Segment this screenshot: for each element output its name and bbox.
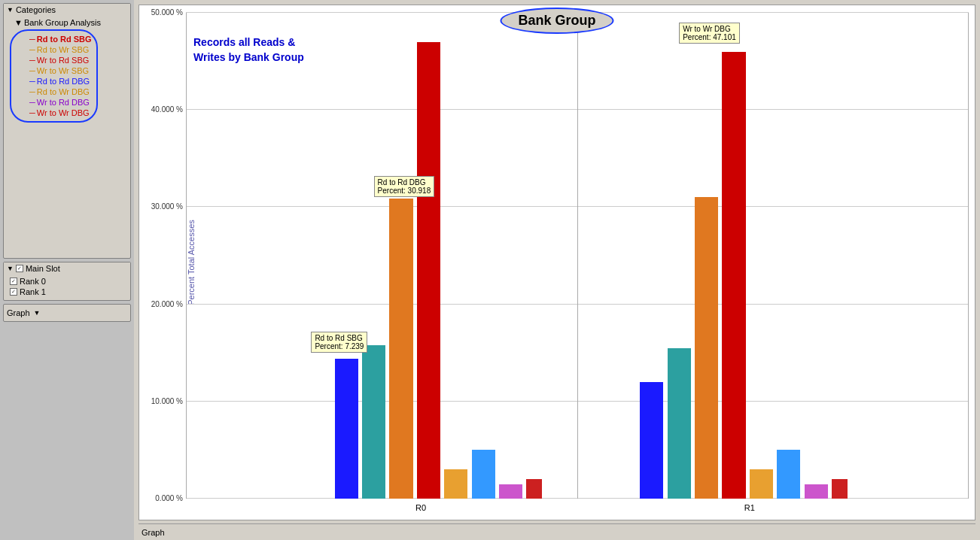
categories-label: Categories [16, 5, 56, 14]
bar-r1-rd-rd-dbg [695, 197, 718, 499]
rank0-item[interactable]: Rank 0 [10, 276, 127, 287]
rank0-checkbox[interactable] [10, 278, 17, 285]
bar-r0-small4 [526, 479, 542, 499]
left-panel: ▼ Categories ▼ Bank Group Analysis ─ Rd … [0, 0, 134, 540]
bar-r1-rd-rd-sbg [640, 382, 663, 499]
chart-inner: 0.000 % 10.000 % 20.000 % 30.000 % 40.00… [186, 13, 969, 499]
bar-r1-small4 [832, 479, 848, 499]
tooltip-rd-rd-sbg: Rd to Rd SBGPercent: 7.239 [311, 332, 367, 353]
chart-area: Bank Group Percent Total Accesses 0.000 … [134, 0, 980, 540]
chart-box: Percent Total Accesses 0.000 % 10.000 % … [138, 5, 975, 520]
section-divider [577, 13, 578, 499]
tree-container: ▼ Bank Group Analysis ─ Rd to Rd SBG ─ R… [4, 16, 130, 126]
chart-title-wrapper: Bank Group [500, 8, 613, 34]
rank0-label: Rank 0 [20, 277, 46, 286]
ytick-0: 0.000 % [155, 494, 183, 502]
tree-item-rd-wr-sbg[interactable]: ─ Rd to Wr SBG [16, 44, 92, 55]
bottom-label: Graph [142, 528, 165, 537]
slot-checkbox[interactable] [16, 265, 23, 272]
graph-type-expand[interactable]: ▼ [34, 309, 41, 317]
categories-box: ▼ Categories ▼ Bank Group Analysis ─ Rd … [3, 3, 131, 259]
main-slot-title: ▼ Main Slot [4, 262, 130, 275]
bar-r0-wr-wr-dbg [417, 42, 440, 499]
graph-type-box: Graph ▼ [3, 304, 131, 322]
ytick-40: 40.000 % [151, 105, 183, 114]
tree-item-wr-rd-sbg[interactable]: ─ Wr to Rd SBG [16, 55, 92, 65]
x-label-r0: R0 [415, 503, 426, 512]
rank1-checkbox[interactable] [10, 288, 17, 296]
tree-item-rd-wr-dbg[interactable]: ─ Rd to Wr DBG [16, 86, 92, 97]
categories-expand[interactable]: ▼ [7, 6, 14, 14]
ytick-30: 30.000 % [151, 202, 183, 211]
ytick-10: 10.000 % [151, 396, 183, 405]
bar-r1-rd-wr-sbg [668, 348, 691, 499]
bar-r0-rd-rd-dbg [389, 199, 412, 499]
tree-root-label: Bank Group Analysis [24, 18, 101, 27]
tree-item-wr-wr-dbg[interactable]: ─ Wr to Wr DBG [16, 108, 92, 118]
tree-item-rd-rd-sbg[interactable]: ─ Rd to Rd SBG [16, 34, 92, 44]
graph-type-label: Graph [7, 308, 30, 317]
bank-group-title: Bank Group [500, 8, 613, 34]
bar-r0-rd-rd-sbg [335, 359, 358, 499]
bar-r0-small2 [472, 450, 495, 499]
slot-expand[interactable]: ▼ [7, 265, 14, 272]
rank1-label: Rank 1 [20, 287, 46, 296]
tree-item-wr-wr-sbg[interactable]: ─ Wr to Wr SBG [16, 65, 92, 76]
categories-title: ▼ Categories [4, 4, 130, 16]
slot-items: Rank 0 Rank 1 [4, 275, 130, 300]
circled-group: ─ Rd to Rd SBG ─ Rd to Wr SBG ─ Wr to Rd… [10, 29, 98, 123]
ytick-20: 20.000 % [151, 299, 183, 308]
graph-type-title: Graph ▼ [4, 307, 44, 319]
right-border [968, 13, 969, 499]
rank1-item[interactable]: Rank 1 [10, 287, 127, 297]
tree-root: ▼ Bank Group Analysis [7, 17, 127, 28]
bar-r1-small3 [805, 484, 828, 499]
left-border [186, 13, 187, 499]
tooltip-wr-wr-dbg: Wr to Wr DBGPercent: 47.101 [679, 23, 740, 44]
bar-r0-small3 [499, 484, 522, 499]
bar-r1-small1 [750, 469, 773, 499]
bar-r0-small1 [444, 469, 467, 499]
main-slot-box: ▼ Main Slot Rank 0 Rank 1 [3, 262, 131, 301]
bar-r0-rd-wr-sbg [362, 345, 385, 499]
tree-item-wr-rd-dbg[interactable]: ─ Wr to Rd DBG [16, 97, 92, 108]
chart-description: Records all Reads &Writes by Bank Group [193, 35, 304, 65]
ytick-50: 50.000 % [151, 8, 183, 17]
root-expand[interactable]: ▼ [14, 18, 23, 27]
bottom-bar: Graph [138, 523, 975, 540]
x-label-r1: R1 [744, 503, 755, 512]
bar-r1-small2 [777, 450, 800, 499]
tree-item-rd-rd-dbg[interactable]: ─ Rd to Rd DBG [16, 76, 92, 86]
main-slot-label: Main Slot [26, 264, 60, 273]
bar-r1-wr-wr-dbg [722, 52, 745, 499]
